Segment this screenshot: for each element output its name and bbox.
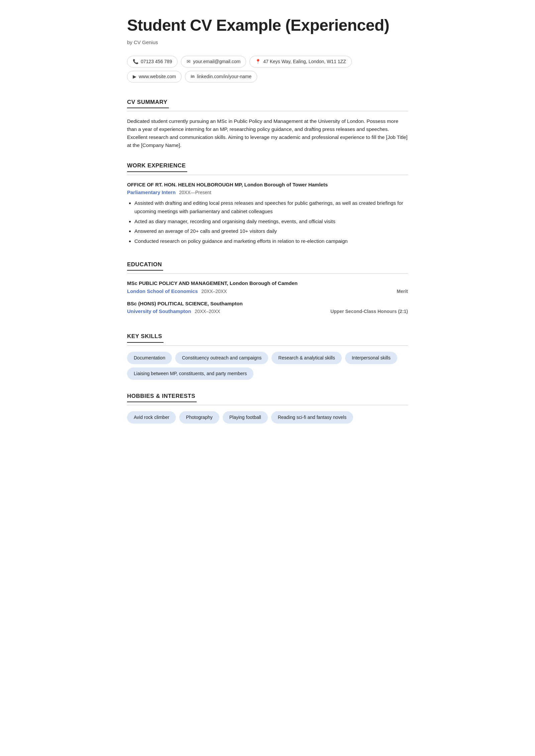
website-badge: ▶ www.website.com: [127, 71, 182, 83]
linkedin-url: linkedin.com/in/your-name: [197, 73, 251, 80]
education-title: EDUCATION: [127, 260, 163, 271]
summary-text: Dedicated student currently pursuing an …: [127, 117, 408, 149]
job-title-row: Parliamentary Intern 20XX—Present: [127, 188, 408, 196]
phone-badge: 📞 07123 456 789: [127, 56, 178, 67]
hobby-2: Playing football: [223, 411, 268, 424]
contact-row-2: ▶ www.website.com in linkedin.com/in/you…: [127, 71, 408, 83]
edu-school-1: London School of Economics: [127, 288, 198, 294]
hobby-1: Photography: [179, 411, 219, 424]
address-badge: 📍 47 Keys Way, Ealing, London, W11 1ZZ: [249, 56, 351, 67]
job-bullets: Assisted with drafting and editing local…: [134, 199, 408, 246]
edu-row-1: London School of Economics 20XX–20XX Mer…: [127, 287, 408, 295]
summary-title: CV SUMMARY: [127, 98, 169, 109]
key-skills-section: KEY SKILLS Documentation Constituency ou…: [127, 320, 408, 380]
address-text: 47 Keys Way, Ealing, London, W11 1ZZ: [263, 58, 346, 65]
linkedin-badge: in linkedin.com/in/your-name: [185, 71, 257, 83]
byline: by CV Genius: [127, 39, 408, 46]
edu-degree-1: MSc PUBLIC POLICY AND MANAGEMENT, London…: [127, 280, 408, 287]
bullet-1: Assisted with drafting and editing local…: [134, 199, 408, 216]
location-icon: 📍: [255, 58, 261, 65]
skill-4: Liaising between MP, constituents, and p…: [127, 367, 253, 380]
job-dates: 20XX—Present: [179, 190, 212, 195]
skill-3: Interpersonal skills: [345, 352, 397, 364]
edu-entry-1: MSc PUBLIC POLICY AND MANAGEMENT, London…: [127, 280, 408, 295]
contact-row-1: 📞 07123 456 789 ✉ your.email@gmail.com 📍…: [127, 56, 408, 67]
edu-row-2: University of Southampton 20XX–20XX Uppe…: [127, 307, 408, 315]
email-badge: ✉ your.email@gmail.com: [181, 56, 246, 67]
work-experience-section: WORK EXPERIENCE OFFICE OF RT. HON. HELEN…: [127, 149, 408, 246]
bullet-3: Answered an average of 20+ calls and gre…: [134, 227, 408, 236]
edu-dates-2: 20XX–20XX: [195, 309, 220, 314]
edu-grade-1: Merit: [397, 288, 408, 295]
website-url: www.website.com: [139, 73, 176, 80]
hobby-3: Reading sci-fi and fantasy novels: [271, 411, 353, 424]
edu-grade-2: Upper Second-Class Honours (2:1): [330, 308, 408, 315]
summary-section: CV SUMMARY Dedicated student currently p…: [127, 86, 408, 150]
email-icon: ✉: [187, 58, 191, 65]
work-experience-title: WORK EXPERIENCE: [127, 161, 187, 172]
edu-entry-2: BSc (HONS) POLITICAL SCIENCE, Southampto…: [127, 300, 408, 316]
skills-grid: Documentation Constituency outreach and …: [127, 352, 408, 380]
hobbies-grid: Avid rock climber Photography Playing fo…: [127, 411, 408, 424]
edu-school-2: University of Southampton: [127, 308, 191, 314]
email-address: your.email@gmail.com: [193, 58, 240, 65]
edu-dates-1: 20XX–20XX: [201, 289, 227, 294]
hobby-0: Avid rock climber: [127, 411, 176, 424]
job-block: OFFICE OF RT. HON. HELEN HOLBOROUGH MP, …: [127, 181, 408, 246]
bullet-4: Conducted research on policy guidance an…: [134, 237, 408, 246]
edu-school-dates-1: London School of Economics 20XX–20XX: [127, 287, 227, 295]
education-section: EDUCATION MSc PUBLIC POLICY AND MANAGEME…: [127, 248, 408, 316]
hobbies-section: HOBBIES & INTERESTS Avid rock climber Ph…: [127, 380, 408, 424]
skill-0: Documentation: [127, 352, 172, 364]
phone-number: 07123 456 789: [141, 58, 172, 65]
edu-degree-2: BSc (HONS) POLITICAL SCIENCE, Southampto…: [127, 300, 408, 308]
page-title: Student CV Example (Experienced): [127, 13, 408, 37]
website-icon: ▶: [133, 73, 136, 80]
edu-school-dates-2: University of Southampton 20XX–20XX: [127, 307, 220, 315]
bullet-2: Acted as diary manager, recording and or…: [134, 217, 408, 226]
linkedin-icon: in: [191, 73, 195, 80]
skill-2: Research & analytical skills: [272, 352, 342, 364]
hobbies-title: HOBBIES & INTERESTS: [127, 392, 197, 403]
job-role: Parliamentary Intern: [127, 189, 176, 195]
job-org: OFFICE OF RT. HON. HELEN HOLBOROUGH MP, …: [127, 181, 408, 189]
skill-1: Constituency outreach and campaigns: [175, 352, 268, 364]
phone-icon: 📞: [133, 58, 138, 65]
key-skills-title: KEY SKILLS: [127, 332, 164, 343]
